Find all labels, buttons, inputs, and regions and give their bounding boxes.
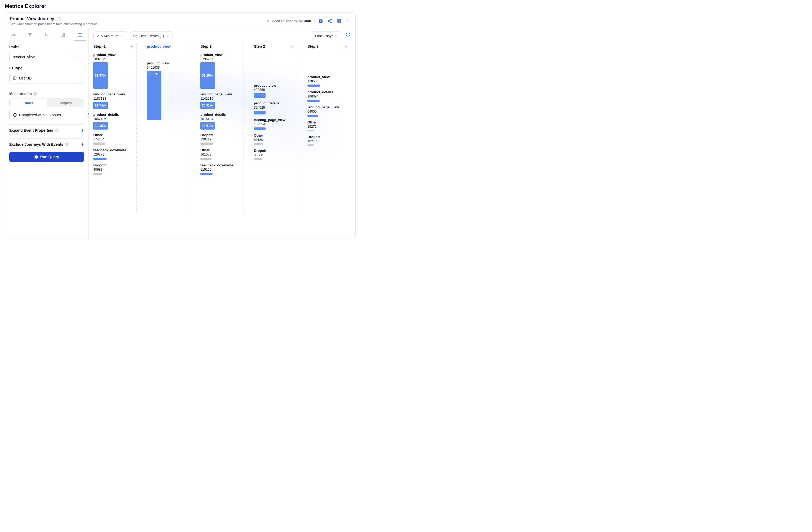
sankey-node[interactable]: product_details104740619.18% — [93, 113, 133, 130]
node-count: 5461638 — [147, 66, 187, 70]
node-count: 174164 — [93, 137, 133, 141]
info-icon[interactable]: i — [55, 129, 59, 132]
node-label: Dropoff — [200, 133, 241, 137]
clock-icon — [13, 113, 17, 117]
sankey-node[interactable]: product_details324525 — [254, 102, 294, 115]
page-title: Metrics Explorer — [5, 3, 356, 9]
check-icon — [266, 19, 270, 23]
measured-segmented[interactable]: Totals Uniques — [9, 99, 84, 107]
sankey-node[interactable]: Other51159 — [254, 134, 294, 145]
report-title: Product View Journey — [10, 16, 54, 21]
step-header: Step 3 — [307, 43, 347, 50]
exclude-journeys-label: Exclude Journeys With Events — [9, 142, 63, 147]
sankey-node[interactable]: product_view420868 — [254, 84, 294, 98]
sankey-node[interactable]: landing_page_view186554 — [254, 118, 294, 130]
date-range-dropdown[interactable]: Last 7 days — [311, 31, 342, 40]
node-count: 1187133 — [93, 97, 133, 100]
node-count: 2892879 — [93, 57, 133, 61]
sankey-node[interactable]: Dropoff30683 — [93, 163, 133, 175]
step-header: product_view — [147, 43, 187, 50]
node-bar — [200, 158, 212, 160]
sankey-node[interactable]: landing_page_view64000 — [307, 105, 347, 117]
info-icon[interactable]: i — [33, 92, 37, 95]
sankey-node[interactable]: Dropoff33388 — [254, 149, 294, 160]
node-label: landing_page_view — [307, 105, 347, 109]
svg-rect-10 — [339, 21, 340, 23]
filter-lines-icon[interactable] — [76, 55, 81, 59]
refresh-icon[interactable] — [345, 31, 351, 38]
step-header: Step -1 — [93, 43, 133, 50]
node-count: 2795757 — [200, 57, 241, 61]
paths-select[interactable]: product_view — [9, 51, 84, 62]
exclude-journeys-row[interactable]: Exclude Journeys With Events i + — [5, 138, 88, 148]
seg-uniques[interactable]: Uniques — [47, 99, 84, 107]
chevron-down-icon — [335, 34, 339, 38]
sankey-node[interactable]: Dropoff230719 — [200, 133, 241, 145]
grid-icon[interactable] — [336, 18, 342, 24]
hide-events-dropdown[interactable]: Hide Events (1) — [130, 31, 173, 40]
sankey-node[interactable]: Dropoff10273 — [307, 135, 347, 146]
sankey-node[interactable]: landing_page_view118713321.74% — [93, 92, 133, 109]
id-badge-icon — [13, 76, 17, 80]
node-bar — [254, 93, 265, 98]
sankey-node[interactable]: product_details101649418.61% — [200, 113, 241, 130]
plus-icon[interactable]: + — [81, 142, 84, 147]
id-type-label: ID Type — [9, 66, 84, 70]
run-query-button[interactable]: Run Query — [9, 152, 84, 162]
measured-as-label: Measured as i — [9, 92, 84, 96]
node-bar — [307, 85, 320, 87]
sankey-node[interactable]: Other161353 — [200, 148, 241, 160]
tab-sliders-icon[interactable] — [55, 29, 72, 41]
step-title: Step 1 — [200, 44, 212, 48]
close-icon[interactable] — [130, 45, 133, 48]
id-type-select[interactable]: User ID — [9, 73, 84, 84]
node-bar: 52.97% — [93, 62, 108, 89]
more-icon[interactable] — [345, 18, 351, 24]
sankey-node[interactable]: landing_page_view114221520.91% — [200, 92, 241, 109]
plus-icon[interactable]: + — [81, 128, 84, 133]
sankey-node[interactable]: Other174164 — [93, 133, 133, 145]
seg-totals[interactable]: Totals — [10, 99, 47, 107]
node-bar — [307, 100, 320, 102]
sankey-node[interactable]: product_details106394 — [307, 90, 347, 102]
search-icon[interactable] — [56, 16, 62, 22]
more-h-icon[interactable] — [70, 55, 74, 59]
node-label: product_details — [200, 113, 241, 117]
collapse-sidebar-button[interactable] — [86, 111, 91, 117]
close-icon[interactable] — [344, 45, 347, 48]
tab-filter-icon[interactable] — [22, 29, 39, 41]
sankey-node[interactable]: feedback_downvote115100 — [200, 163, 241, 175]
sankey-node[interactable]: product_view279575751.19% — [200, 53, 241, 89]
tab-sankey-icon[interactable] — [72, 29, 88, 41]
hide-events-label: Hide Events (1) — [140, 34, 164, 38]
tab-magnet-icon[interactable] — [39, 29, 55, 41]
chart-toolbar: 2 % Minimum Hide Events (1) Last 7 days — [93, 31, 351, 40]
expand-properties-row[interactable]: Expand Event Properties i + — [5, 124, 88, 134]
info-icon[interactable]: i — [65, 143, 69, 146]
modified-by: akin — [304, 19, 311, 23]
svg-point-19 — [61, 35, 62, 36]
sankey-node[interactable]: product_view289287952.97% — [93, 53, 133, 89]
node-count: 64000 — [307, 110, 347, 114]
svg-line-1 — [60, 19, 61, 20]
sankey-node[interactable]: product_view5461638100% — [147, 61, 187, 120]
node-label: Dropoff — [307, 135, 347, 139]
node-count: 324525 — [254, 106, 294, 109]
sankey-node[interactable]: Other15272 — [307, 120, 347, 131]
share-icon[interactable] — [327, 18, 333, 24]
node-bar: 20.91% — [200, 102, 215, 109]
close-icon[interactable] — [290, 45, 294, 48]
node-count: 15272 — [307, 125, 347, 129]
minimum-dropdown[interactable]: 2 % Minimum — [93, 31, 127, 40]
completed-within-select[interactable]: Completed within 8 hours — [9, 110, 84, 120]
sankey-node[interactable]: product_view128586 — [307, 75, 347, 87]
sankey-chart: Step -1product_view289287952.97%landing_… — [93, 43, 351, 212]
sankey-node[interactable]: feedback_downvote129373 — [93, 148, 133, 160]
sankey-column: Step 2product_view420868product_details3… — [254, 43, 298, 212]
chevron-down-icon — [120, 34, 124, 38]
node-count: 128586 — [307, 79, 347, 83]
node-bar — [254, 128, 265, 130]
tab-chart-icon[interactable] — [5, 29, 22, 41]
save-icon[interactable] — [318, 18, 323, 24]
sankey-column: Step -1product_view289287952.97%landing_… — [93, 43, 137, 212]
